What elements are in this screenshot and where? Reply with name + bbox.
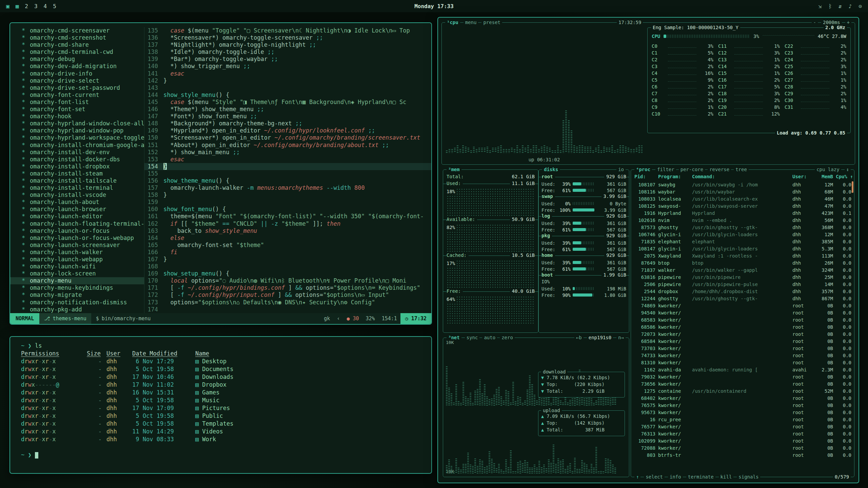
tree-item[interactable]: *omarchy-launch-about [10, 199, 144, 206]
process-row[interactable]: 72073kworker/root0B0.0 [634, 331, 851, 339]
tree-item[interactable]: *omarchy-cmd-terminal-cwd [10, 48, 144, 56]
process-row[interactable]: 108125swayosd-/usr/lib/swayosd-serverdhh… [634, 203, 851, 210]
tree-item[interactable]: *omarchy-hyprland-workspace-toggle [10, 134, 144, 141]
tree-item[interactable]: *omarchy-launch-webapp [10, 256, 144, 263]
io-toggle-button[interactable]: io [616, 166, 626, 173]
tree-item[interactable]: *omarchy-cmd-screensaver [10, 27, 144, 34]
process-row[interactable]: 1162avahi-daavahi-daemon: running [avahi… [634, 367, 851, 374]
workspace-3[interactable]: 3 [34, 3, 38, 9]
tree-item[interactable]: *omarchy-menu [10, 277, 144, 284]
tree-item[interactable]: *omarchy-install-dev-env [10, 149, 144, 156]
tree-item[interactable]: *omarchy-install-chromium-google-a [10, 142, 144, 149]
column-header[interactable]: Command: [692, 174, 790, 182]
process-row[interactable]: 102616nvimnvim --embed .dhh56M0.0 [634, 218, 851, 225]
tree-item[interactable]: *omarchy-drive-set-password [10, 84, 144, 92]
process-row[interactable]: 95673kworker/root0B0.0 [634, 410, 851, 417]
process-row[interactable]: 68402kworker/root0B0.0 [634, 395, 851, 403]
process-row[interactable]: 1916HyprlandHyprlanddhh423M0.1 [634, 210, 851, 218]
volume-icon[interactable]: ♪ [849, 3, 852, 9]
process-row[interactable]: 108107swaybg/usr/bin/swaybg -i /homdhh12… [634, 182, 851, 189]
iface-prev-button[interactable]: ←b [574, 334, 584, 341]
workspace-app-icon[interactable]: ▦ [16, 3, 19, 9]
tree-item[interactable]: *omarchy-launch-screensaver [10, 242, 144, 249]
process-row[interactable]: 1275containe/usr/bin/containerdroot52M0.… [634, 388, 851, 395]
sort-column-button[interactable]: cpu lazy [815, 166, 841, 173]
tree-item[interactable]: *omarchy-notification-dismiss [10, 299, 144, 306]
tree-item[interactable]: *omarchy-install-terminal [10, 184, 144, 191]
tree-item[interactable]: *omarchy-font-set [10, 106, 144, 113]
tree-item[interactable]: *omarchy-launch-walker [10, 249, 144, 256]
workspace-2[interactable]: 2 [25, 3, 28, 9]
tree-item[interactable]: *omarchy-cmd-screenshot [10, 34, 144, 41]
reverse-button[interactable]: reverse [708, 166, 731, 173]
tree-item[interactable]: *omarchy-launch-browser [10, 206, 144, 213]
tree-item[interactable]: *omarchy-install-dropbox [10, 163, 144, 170]
sort-direction-icon[interactable]: ↕ [845, 166, 851, 173]
iface-next-button[interactable]: n→ [616, 334, 626, 341]
per-core-button[interactable]: per-core [679, 166, 705, 173]
process-scrollbar-thumb[interactable] [852, 181, 853, 193]
process-row[interactable]: 803btrfs-trroot0B0.0 [634, 452, 851, 460]
process-row[interactable]: 68584kworker/root0B0.0 [634, 339, 851, 346]
process-row[interactable]: 106746glycin-i/usr/lib/glycin-loadersdhh… [634, 232, 851, 239]
process-row[interactable]: 76313kworker/root0B0.0 [634, 431, 851, 438]
tree-item[interactable]: *omarchy-install-vscode [10, 191, 144, 199]
tree-item[interactable]: *omarchy-debug [10, 56, 144, 63]
tree-item[interactable]: *omarchy-menu-keybindings [10, 284, 144, 291]
tree-item[interactable]: *omarchy-hyprland-window-pop [10, 127, 144, 134]
process-row[interactable]: 94540kworker/root0B0.0 [634, 310, 851, 317]
workspace-app-icon[interactable]: ▣ [6, 3, 9, 9]
tree-item[interactable]: *omarchy-launch-or-focus-webapp [10, 235, 144, 242]
tree-item[interactable]: *omarchy-lock-screen [10, 270, 144, 277]
proc-tab[interactable]: ⁴proc [634, 166, 652, 173]
column-header[interactable]: User: [792, 174, 811, 182]
network-icon[interactable]: ⇵ [839, 3, 842, 9]
scroll-up-key[interactable]: ↑ [634, 474, 640, 480]
process-row[interactable]: 108116waybar/usr/bin/waybardhh68M0.0 [634, 189, 851, 196]
process-row[interactable]: 2506pipewire/usr/bin/pipewire-pulsedhh14… [634, 282, 851, 289]
tree-item[interactable]: *omarchy-install-tailscale [10, 177, 144, 184]
process-row[interactable]: 68583kworker/root0B0.0 [634, 317, 851, 324]
auto-button[interactable]: auto [482, 334, 497, 341]
process-row[interactable]: 12244ghostty/usr/bin/ghostty --gtk-dhh86… [634, 296, 851, 303]
signals-button[interactable]: signals [737, 474, 760, 480]
process-row[interactable]: 63816pipewire/usr/bin/pipewiredhh25M0.0 [634, 274, 851, 282]
process-row[interactable]: 76575kworker/root0B0.0 [634, 403, 851, 410]
tree-item[interactable]: *omarchy-install-docker-dbs [10, 156, 144, 163]
interval-minus-button[interactable]: - [812, 19, 818, 26]
tree-item[interactable]: *omarchy-hook [10, 113, 144, 120]
process-row[interactable]: 71835elephantelephantdhh385M0.0 [634, 239, 851, 246]
tree-item[interactable]: *omarchy-font-current [10, 92, 144, 99]
tree-item[interactable]: *omarchy-drive-info [10, 70, 144, 77]
zero-button[interactable]: zero [500, 334, 515, 341]
workspace-4[interactable]: 4 [44, 3, 47, 9]
process-row[interactable]: 71837walker/usr/bin/walker --gappldhh324… [634, 267, 851, 274]
sync-button[interactable]: sync [465, 334, 480, 341]
process-row[interactable]: 2544dropbox/home/dhh/.dropbox-distdhh357… [634, 289, 851, 296]
select-button[interactable]: select [644, 474, 665, 480]
preset-button[interactable]: preset [481, 19, 502, 26]
process-row[interactable]: 76577kworker/root0B0.0 [634, 424, 851, 431]
tree-item[interactable]: *omarchy-launch-or-focus [10, 227, 144, 235]
process-row[interactable]: 74733kworker/root0B0.0 [634, 353, 851, 360]
process-row[interactable]: 73703kworker/root0B0.0 [634, 346, 851, 353]
mem-tab[interactable]: ²mem [447, 166, 461, 173]
workspace-5[interactable]: 5 [53, 3, 56, 9]
tree-item[interactable]: *omarchy-drive-select [10, 77, 144, 84]
bluetooth-icon[interactable]: ᛒ [828, 3, 832, 9]
filter-button[interactable]: filter [655, 166, 676, 173]
tree-item[interactable]: *omarchy-launch-wifi [10, 263, 144, 270]
process-row[interactable]: 16rcu_preeroot0B0.0 [634, 417, 851, 424]
terminate-button[interactable]: terminate [686, 474, 715, 480]
power-icon[interactable]: ⊙ [859, 3, 862, 9]
tree-item[interactable]: *omarchy-migrate [10, 291, 144, 299]
column-header[interactable]: Cpu% ↑ [836, 174, 851, 182]
screencast-icon[interactable]: ⇲ [818, 3, 822, 9]
cpu-tab[interactable]: ¹cpu [445, 19, 460, 26]
tree-item[interactable]: *omarchy-pkg-add [10, 306, 144, 313]
column-header[interactable]: Pid: [634, 174, 655, 182]
tree-item[interactable]: *omarchy-install-steam [10, 170, 144, 177]
kill-button[interactable]: kill [719, 474, 734, 480]
column-header[interactable]: MemB [814, 174, 833, 182]
tree-item[interactable]: *omarchy-launch-editor [10, 213, 144, 220]
